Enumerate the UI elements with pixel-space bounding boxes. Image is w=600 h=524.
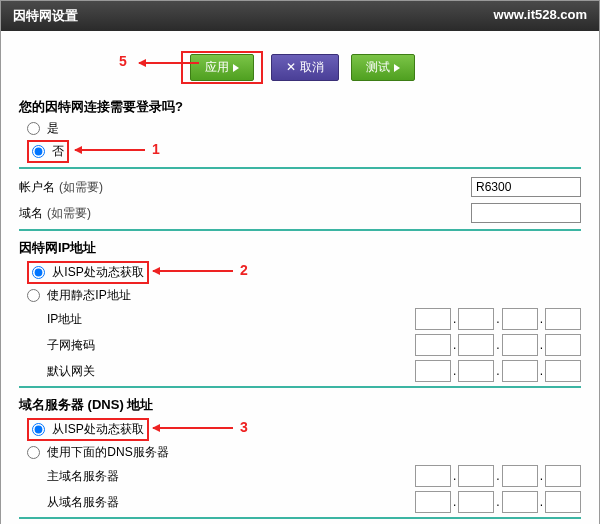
radio-dns-dynamic[interactable] [32, 423, 45, 436]
test-label: 测试 [366, 60, 390, 74]
dns-dynamic-row: 从ISP处动态获取 3 [27, 418, 581, 441]
test-button[interactable]: 测试 [351, 54, 415, 81]
divider [19, 167, 581, 169]
dns-secondary-label: 从域名服务器 [47, 494, 207, 511]
annotation-5: 5 [119, 53, 127, 69]
radio-yes-row: 是 [27, 120, 581, 137]
dns-dynamic-label: 从ISP处动态获取 [52, 422, 143, 436]
dns-secondary-input[interactable]: ... [415, 491, 581, 513]
radio-no-label: 否 [52, 144, 64, 158]
apply-label: 应用 [205, 60, 229, 74]
dns-primary-label: 主域名服务器 [47, 468, 207, 485]
account-input[interactable] [471, 177, 581, 197]
x-icon: ✕ [286, 60, 296, 74]
ip-dynamic-row: 从ISP处动态获取 2 [27, 261, 581, 284]
content-area: 5 应用 ✕取消 测试 您的因特网连接需要登录吗? 是 否 1 帐户名(如需要) [1, 31, 599, 524]
divider [19, 229, 581, 231]
triangle-icon [394, 64, 400, 72]
watermark: www.it528.com [494, 7, 587, 25]
domain-row: 域名(如需要) [19, 203, 581, 223]
ip-title: 因特网IP地址 [19, 239, 581, 257]
annotation-3: 3 [240, 419, 248, 435]
divider [19, 517, 581, 519]
arrow-1 [75, 149, 145, 151]
ip-dynamic-label: 从ISP处动态获取 [52, 265, 143, 279]
button-row: 5 应用 ✕取消 测试 [19, 51, 581, 84]
domain-note: (如需要) [47, 206, 91, 220]
account-note: (如需要) [59, 180, 103, 194]
dns-manual-row: 使用下面的DNS服务器 [27, 444, 581, 461]
login-question: 您的因特网连接需要登录吗? [19, 98, 581, 116]
ip-addr-label: IP地址 [47, 311, 207, 328]
radio-ip-static[interactable] [27, 289, 40, 302]
radio-no-row: 否 1 [27, 140, 581, 163]
domain-input[interactable] [471, 203, 581, 223]
title-bar: 因特网设置 www.it528.com [1, 1, 599, 31]
divider [19, 386, 581, 388]
gateway-label: 默认网关 [47, 363, 207, 380]
radio-ip-dynamic[interactable] [32, 266, 45, 279]
gateway-input[interactable]: ... [415, 360, 581, 382]
account-row: 帐户名(如需要) [19, 177, 581, 197]
subnet-label: 子网掩码 [47, 337, 207, 354]
cancel-label: 取消 [300, 60, 324, 74]
radio-dns-manual[interactable] [27, 446, 40, 459]
ip-static-label: 使用静态IP地址 [47, 288, 130, 302]
account-label: 帐户名 [19, 180, 55, 194]
window-title: 因特网设置 [13, 7, 78, 25]
annotation-1: 1 [152, 141, 160, 157]
arrow-2 [153, 270, 233, 272]
highlight-no: 否 [27, 140, 69, 163]
ip-static-row: 使用静态IP地址 [27, 287, 581, 304]
radio-no[interactable] [32, 145, 45, 158]
arrow-3 [153, 427, 233, 429]
highlight-dns-dynamic: 从ISP处动态获取 [27, 418, 149, 441]
dns-manual-label: 使用下面的DNS服务器 [47, 445, 168, 459]
subnet-input[interactable]: ... [415, 334, 581, 356]
ip-addr-input[interactable]: ... [415, 308, 581, 330]
domain-label: 域名 [19, 206, 43, 220]
radio-yes[interactable] [27, 122, 40, 135]
dns-title: 域名服务器 (DNS) 地址 [19, 396, 581, 414]
cancel-button[interactable]: ✕取消 [271, 54, 339, 81]
dns-primary-input[interactable]: ... [415, 465, 581, 487]
apply-button[interactable]: 应用 [190, 54, 254, 81]
annotation-2: 2 [240, 262, 248, 278]
radio-yes-label: 是 [47, 121, 59, 135]
highlight-apply: 应用 [181, 51, 263, 84]
highlight-ip-dynamic: 从ISP处动态获取 [27, 261, 149, 284]
triangle-icon [233, 64, 239, 72]
